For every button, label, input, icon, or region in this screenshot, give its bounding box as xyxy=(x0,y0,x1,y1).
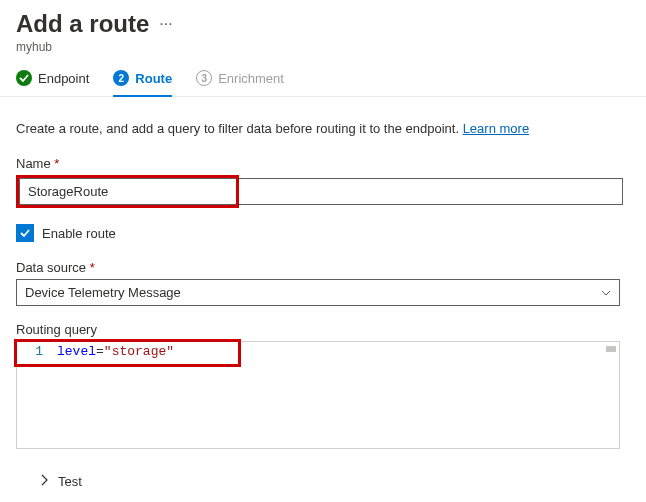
more-options-icon[interactable]: ··· xyxy=(159,15,172,33)
enable-route-label: Enable route xyxy=(42,226,116,241)
step-route[interactable]: 2 Route xyxy=(113,70,172,96)
step-enrichment[interactable]: 3 Enrichment xyxy=(196,70,284,96)
page-title: Add a route xyxy=(16,10,149,38)
step-endpoint[interactable]: Endpoint xyxy=(16,70,89,96)
name-field: Name * xyxy=(16,156,630,208)
checkmark-icon xyxy=(16,70,32,86)
data-source-select[interactable]: Device Telemetry Message xyxy=(16,279,620,306)
highlight-annotation xyxy=(16,175,239,208)
scrollbar-nub[interactable] xyxy=(606,346,616,352)
enable-route-checkbox[interactable] xyxy=(16,224,34,242)
chevron-down-icon xyxy=(601,287,611,298)
data-source-field: Data source * Device Telemetry Message xyxy=(16,260,630,306)
intro-text: Create a route, and add a query to filte… xyxy=(16,121,630,136)
step-number-icon: 3 xyxy=(196,70,212,86)
test-label: Test xyxy=(58,474,82,489)
data-source-value: Device Telemetry Message xyxy=(25,285,181,300)
chevron-right-icon xyxy=(40,473,48,489)
wizard-steps: Endpoint 2 Route 3 Enrichment xyxy=(0,58,646,97)
main-content: Create a route, and add a query to filte… xyxy=(0,97,646,502)
routing-query-label: Routing query xyxy=(16,322,630,337)
name-input[interactable] xyxy=(19,178,236,205)
step-label: Route xyxy=(135,71,172,86)
data-source-label: Data source * xyxy=(16,260,630,275)
test-toggle[interactable]: Test xyxy=(16,473,630,489)
code-line: 1 level="storage" xyxy=(17,342,619,359)
name-label: Name * xyxy=(16,156,630,171)
step-number-icon: 2 xyxy=(113,70,129,86)
step-label: Endpoint xyxy=(38,71,89,86)
line-number: 1 xyxy=(17,344,57,359)
routing-query-editor[interactable]: 1 level="storage" xyxy=(16,341,620,449)
breadcrumb: myhub xyxy=(16,40,630,54)
learn-more-link[interactable]: Learn more xyxy=(463,121,529,136)
enable-route-row: Enable route xyxy=(16,224,630,242)
routing-query-field: Routing query 1 level="storage" xyxy=(16,322,630,449)
page-header: Add a route ··· myhub xyxy=(0,0,646,58)
step-label: Enrichment xyxy=(218,71,284,86)
